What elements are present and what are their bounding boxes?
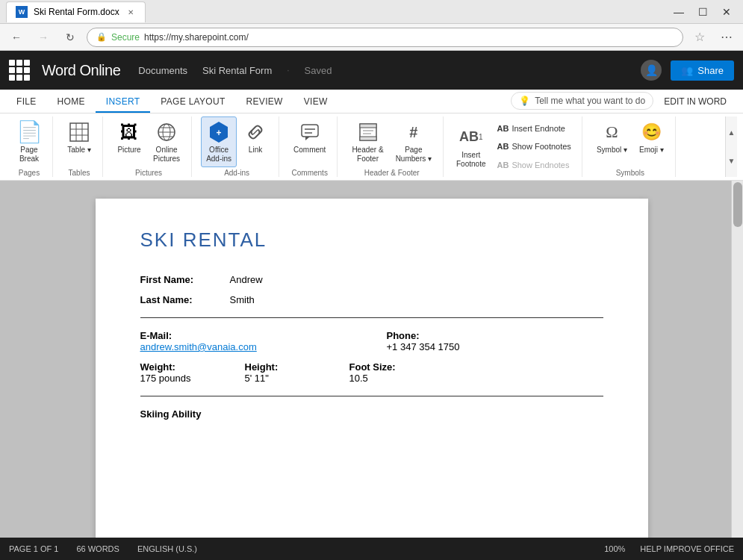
table-button[interactable]: Table ▾ <box>62 116 96 158</box>
browser-tab[interactable]: W Ski Rental Form.docx ✕ <box>6 1 146 22</box>
divider-2 <box>140 396 603 396</box>
bookmark-button[interactable]: ☆ <box>689 27 710 48</box>
help-improve[interactable]: HELP IMPROVE OFFICE <box>640 544 734 553</box>
comments-group-label: Comments <box>292 167 328 177</box>
waffle-dot <box>9 67 15 73</box>
height-label: Height: <box>245 361 335 373</box>
document-scrollbar[interactable] <box>731 181 743 538</box>
weight-value: 175 pounds <box>140 373 230 384</box>
emoji-button[interactable]: 😊 Emoji ▾ <box>634 116 669 158</box>
pages-group-label: Pages <box>19 167 40 177</box>
header-footer-button[interactable]: Header &Footer <box>346 116 388 167</box>
minimize-button[interactable]: — <box>668 4 689 19</box>
firstname-value: Andrew <box>230 274 263 285</box>
symbol-icon: Ω <box>600 120 624 144</box>
show-endnotes-button[interactable]: AB Show Endnotes <box>494 159 573 171</box>
foot-value: 10.5 <box>349 373 439 384</box>
tab-file[interactable]: FILE <box>6 92 47 113</box>
tell-me-input[interactable]: 💡 Tell me what you want to do <box>511 92 653 110</box>
maximize-button[interactable]: ☐ <box>692 4 713 19</box>
comment-label: Comment <box>293 146 326 155</box>
show-footnotes-icon: AB <box>497 142 509 151</box>
ribbon-group-comments: Comment Comments <box>282 116 338 177</box>
ribbon-toolbar: 📄 PageBreak Pages Table ▾ <box>0 113 743 181</box>
insert-endnote-button[interactable]: AB Insert Endnote <box>494 122 573 134</box>
page-numbers-button[interactable]: # PageNumbers ▾ <box>391 116 437 167</box>
comment-button[interactable]: Comment <box>288 116 331 158</box>
email-label: E-Mail: <box>140 330 357 341</box>
weight-column: Weight: 175 pounds <box>140 361 230 384</box>
office-add-ins-label: OfficeAdd-ins <box>206 146 231 164</box>
window-controls: — ☐ ✕ <box>668 4 737 19</box>
tab-close-button[interactable]: ✕ <box>125 7 136 17</box>
forward-button[interactable]: → <box>33 27 54 48</box>
tab-page-layout[interactable]: PAGE LAYOUT <box>150 92 235 113</box>
tell-me-text: Tell me what you want to do <box>535 96 645 106</box>
edit-in-word-button[interactable]: EDIT IN WORD <box>653 93 737 110</box>
emoji-icon: 😊 <box>639 120 663 144</box>
browser-titlebar: W Ski Rental Form.docx ✕ — ☐ ✕ <box>0 0 743 24</box>
waffle-dot <box>16 60 22 66</box>
firstname-field: First Name: Andrew <box>140 274 603 285</box>
height-value: 5' 11" <box>245 373 335 384</box>
document-title: SKI RENTAL <box>140 228 603 252</box>
comments-buttons: Comment <box>288 116 331 167</box>
insert-footnote-button[interactable]: AB 1 InsertFootnote <box>451 116 491 177</box>
show-endnotes-icon: AB <box>497 161 509 169</box>
email-link[interactable]: andrew.smith@vanaia.com <box>140 341 257 352</box>
waffle-menu-icon[interactable] <box>9 60 30 81</box>
ribbon-scroll-down[interactable]: ▼ <box>727 155 737 167</box>
header-saved-status: Saved <box>305 65 332 76</box>
close-button[interactable]: ✕ <box>716 4 737 19</box>
ribbon-group-header-footer: Header &Footer # PageNumbers ▾ Header & … <box>341 116 444 177</box>
show-footnotes-button[interactable]: AB Show Footnotes <box>494 140 573 152</box>
height-column: Height: 5' 11" <box>245 361 335 384</box>
tab-insert[interactable]: INSERT <box>96 92 151 113</box>
online-pictures-label: OnlinePictures <box>153 146 180 164</box>
symbol-label: Symbol ▾ <box>597 146 627 155</box>
zoom-level: 100% <box>604 544 625 553</box>
symbol-button[interactable]: Ω Symbol ▾ <box>591 116 632 158</box>
picture-button[interactable]: 🖼 Picture <box>112 116 146 158</box>
svg-rect-13 <box>302 125 318 137</box>
share-button[interactable]: 👥 Share <box>671 60 734 81</box>
back-button[interactable]: ← <box>6 27 27 48</box>
user-avatar[interactable]: 👤 <box>641 60 662 81</box>
pictures-buttons: 🖼 Picture OnlinePictures <box>112 116 185 167</box>
address-url: https://my.sharepoint.com/ <box>144 32 249 43</box>
address-input[interactable]: 🔒 Secure https://my.sharepoint.com/ <box>87 28 683 47</box>
link-button[interactable]: Link <box>238 116 273 158</box>
security-lock-icon: 🔒 <box>96 32 107 42</box>
phone-column: Phone: +1 347 354 1750 <box>387 330 603 352</box>
document-page[interactable]: SKI RENTAL First Name: Andrew Last Name:… <box>96 199 648 538</box>
header-documents-link[interactable]: Documents <box>138 65 187 76</box>
waffle-dot <box>9 75 15 81</box>
pages-buttons: 📄 PageBreak <box>12 116 46 167</box>
comment-icon <box>298 120 322 144</box>
insert-footnote-icon: AB 1 <box>459 125 483 149</box>
browser-menu-button[interactable]: ⋯ <box>716 27 737 48</box>
tab-view[interactable]: VIEW <box>293 92 338 113</box>
tab-home[interactable]: HOME <box>47 92 96 113</box>
tab-review[interactable]: REVIEW <box>236 92 293 113</box>
picture-icon: 🖼 <box>117 120 141 144</box>
lastname-field: Last Name: Smith <box>140 294 603 305</box>
symbols-group-label: Symbols <box>616 167 644 177</box>
page-break-label: PageBreak <box>19 146 39 164</box>
header-footer-label: Header &Footer <box>352 146 383 164</box>
refresh-button[interactable]: ↻ <box>60 27 81 48</box>
page-break-button[interactable]: 📄 PageBreak <box>12 116 46 167</box>
foot-column: Foot Size: 10.5 <box>349 361 439 384</box>
scrollbar-thumb[interactable] <box>733 182 742 227</box>
waffle-dot <box>24 75 30 81</box>
waffle-dot <box>16 75 22 81</box>
skiing-ability-title: Skiing Ability <box>140 408 603 420</box>
header-footer-group-label: Header & Footer <box>364 167 420 177</box>
header-navigation: Documents Ski Rental Form · Saved <box>138 65 332 76</box>
link-icon <box>243 120 267 144</box>
office-add-ins-button[interactable]: + OfficeAdd-ins <box>201 116 237 167</box>
insert-footnote-label: InsertFootnote <box>456 151 485 169</box>
online-pictures-button[interactable]: OnlinePictures <box>148 116 185 167</box>
ribbon-scroll-up[interactable]: ▲ <box>727 127 737 138</box>
emoji-label: Emoji ▾ <box>639 146 664 155</box>
